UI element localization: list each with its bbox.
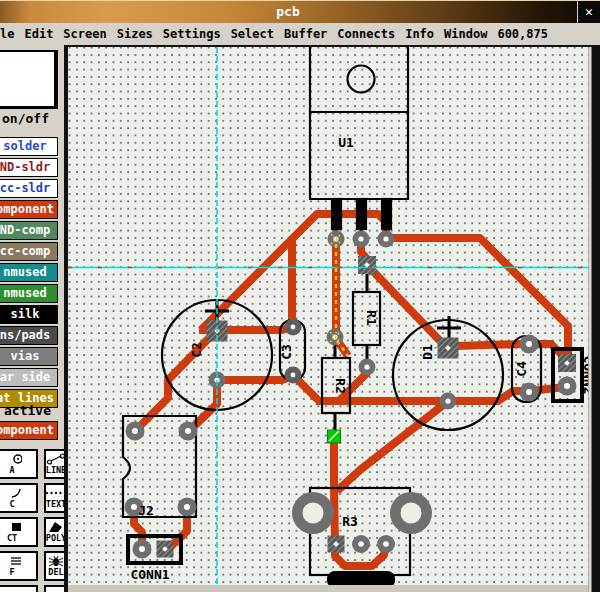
pcb-app-window: pcb ✕ le Edit Screen Sizes Settings Sele… [0,0,600,592]
tool-buffer[interactable]: F [0,551,38,581]
tool-via[interactable]: A [0,449,38,479]
layer-solder[interactable]: solder [0,137,58,156]
active-layer-indicator[interactable]: omponent [0,421,58,440]
board-preview-thumbnail[interactable] [0,50,58,109]
label-R2: R2 [333,378,348,394]
menu-screen[interactable]: Screen [63,27,106,41]
label-D1: D1 [420,344,435,360]
layer-unused-1[interactable]: nmused [0,263,58,282]
menu-info[interactable]: Info [405,27,434,41]
menu-settings[interactable]: Settings [163,27,221,41]
layer-pins-pads[interactable]: ns/pads [0,326,58,345]
tool-text[interactable]: TEXT [44,483,67,513]
menu-sizes[interactable]: Sizes [117,27,153,41]
menu-bar: le Edit Screen Sizes Settings Select Buf… [0,23,600,45]
layer-far-side[interactable]: ar side [0,368,58,387]
label-CONN1: CONN1 [130,567,169,582]
tool-arc-label: C [9,500,14,509]
close-icon[interactable]: ✕ [577,1,600,24]
layer-unused-2[interactable]: nmused [0,284,58,303]
buf-icon [2,555,22,567]
tool-rect-label: CT [7,534,17,543]
window-title: pcb [0,4,576,19]
arc-icon [2,487,22,499]
label-J2: J2 [138,503,154,518]
tool-rect[interactable]: CT [0,517,38,547]
tool-line[interactable]: LINE [44,449,67,479]
title-bar[interactable]: pcb ✕ [0,0,600,23]
layer-vcc-comp[interactable]: cc-comp [0,242,58,261]
canvas-bottom-strip [68,585,589,592]
canvas-right-ridge [589,47,592,592]
layer-gnd-comp[interactable]: ND-comp [0,221,58,240]
tool-thermal[interactable] [44,585,67,592]
via-icon [2,453,22,465]
pcb-canvas-area[interactable]: U1 R1 R2 R3 C2 C3 C4 D1 CONN1 CONN2 J2 [66,45,600,592]
layer-button-list: solder ND-sldr cc-sldr omponent ND-comp … [0,137,62,410]
label-C2: C2 [189,342,204,358]
tool-delete[interactable]: DEL [44,551,67,581]
active-heading: active [4,403,51,418]
poly-icon [46,521,66,533]
onoff-heading: on/off [2,111,49,126]
del-icon [46,555,66,567]
menu-select[interactable]: Select [231,27,274,41]
tool-partial[interactable] [0,585,38,592]
tool-poly-label: POLY [46,534,66,543]
tool-poly[interactable]: POLY [44,517,67,547]
tool-via-label: A [9,466,14,475]
label-C3: C3 [279,344,294,360]
tool-buffer-label: F [9,568,14,577]
layer-vias[interactable]: vias [0,347,58,366]
layer-gnd-sldr[interactable]: ND-sldr [0,158,58,177]
menu-file[interactable]: le [0,27,14,41]
tool-delete-label: DEL [48,568,63,577]
layer-vcc-sldr[interactable]: cc-sldr [0,179,58,198]
layer-silk[interactable]: silk [0,305,58,324]
cursor-coords-readout: 600,875 [497,27,548,41]
tool-text-label: TEXT [46,500,66,509]
tool-arc[interactable]: C [0,483,38,513]
tool-palette: A LINE C TEXT [0,449,67,592]
label-C4: C4 [514,361,529,377]
tool-line-label: LINE [46,466,66,475]
label-R3: R3 [342,514,358,529]
text-icon [45,487,67,499]
line-icon [46,453,66,465]
menu-window[interactable]: Window [444,27,487,41]
menu-connects[interactable]: Connects [337,27,395,41]
pcb-canvas[interactable]: U1 R1 R2 R3 C2 C3 C4 D1 CONN1 CONN2 J2 [66,45,600,592]
layer-component[interactable]: omponent [0,200,58,219]
label-R1: R1 [364,310,379,326]
label-U1: U1 [338,135,354,150]
sidebar: on/off solder ND-sldr cc-sldr omponent N… [0,45,67,592]
menu-buffer[interactable]: Buffer [284,27,327,41]
menu-edit[interactable]: Edit [24,27,53,41]
rect-icon [2,521,22,533]
